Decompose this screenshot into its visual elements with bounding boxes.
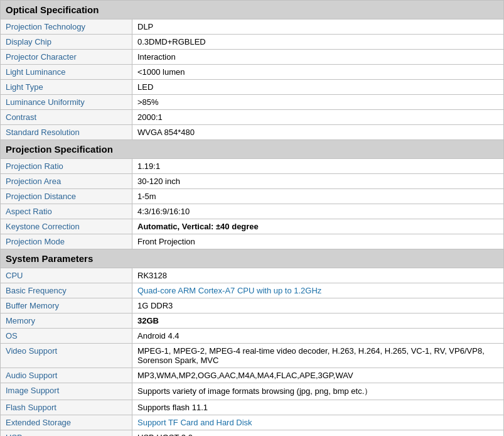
table-row: Memory32GB xyxy=(1,313,504,329)
row-label: OS xyxy=(1,329,132,344)
row-label: Image Support xyxy=(1,383,132,400)
row-label: USB xyxy=(1,430,132,437)
row-label: Projection Area xyxy=(1,174,132,189)
row-value: MPEG-1, MPEG-2, MPEG-4 real-time video d… xyxy=(132,344,504,368)
row-value: 0.3DMD+RGBLED xyxy=(132,35,504,50)
row-value: 1-5m xyxy=(132,189,504,204)
table-row: Standard ResolutionWVGA 854*480 xyxy=(1,125,504,140)
table-row: Flash SupportSupports flash 11.1 xyxy=(1,400,504,415)
table-row: Buffer Memory1G DDR3 xyxy=(1,298,504,313)
row-label: Flash Support xyxy=(1,400,132,415)
table-row: Image SupportSupports variety of image f… xyxy=(1,383,504,400)
section-title: Projection Specification xyxy=(1,140,504,159)
table-row: Projector CharacterInteraction xyxy=(1,50,504,65)
row-value: 1G DDR3 xyxy=(132,298,504,313)
table-row: Luminance Uniformity>85% xyxy=(1,95,504,110)
row-label: Memory xyxy=(1,313,132,329)
section-header: Optical Specification xyxy=(1,1,504,19)
row-value: 2000:1 xyxy=(132,110,504,125)
table-row: Contrast2000:1 xyxy=(1,110,504,125)
table-row: Audio SupportMP3,WMA,MP2,OGG,AAC,M4A,MA4… xyxy=(1,368,504,383)
row-label: Projection Ratio xyxy=(1,159,132,174)
row-label: Video Support xyxy=(1,344,132,368)
row-value: Front Projection xyxy=(132,234,504,249)
row-value: Android 4.4 xyxy=(132,329,504,344)
row-label: Light Luminance xyxy=(1,65,132,80)
spec-table: Optical SpecificationProjection Technolo… xyxy=(0,0,504,436)
row-value: <1000 lumen xyxy=(132,65,504,80)
row-label: Projection Distance xyxy=(1,189,132,204)
row-label: Aspect Ratio xyxy=(1,204,132,219)
row-label: Projection Mode xyxy=(1,234,132,249)
table-row: USBUSB HOST 2.0 xyxy=(1,430,504,437)
row-label: Display Chip xyxy=(1,35,132,50)
table-row: Projection ModeFront Projection xyxy=(1,234,504,249)
section-title: System Parameters xyxy=(1,249,504,268)
table-row: Light TypeLED xyxy=(1,80,504,95)
table-row: OSAndroid 4.4 xyxy=(1,329,504,344)
row-value: 30-120 inch xyxy=(132,174,504,189)
row-value: 4:3/16:9/16:10 xyxy=(132,204,504,219)
row-label: Buffer Memory xyxy=(1,298,132,313)
row-label: Projection Technology xyxy=(1,19,132,35)
row-label: Keystone Correction xyxy=(1,219,132,234)
row-value: WVGA 854*480 xyxy=(132,125,504,140)
table-row: Projection TechnologyDLP xyxy=(1,19,504,35)
row-value: Supports flash 11.1 xyxy=(132,400,504,415)
row-label: CPU xyxy=(1,268,132,283)
row-value: USB HOST 2.0 xyxy=(132,430,504,437)
row-value: Supports variety of image formats browsi… xyxy=(132,383,504,400)
table-row: Basic FrequencyQuad-core ARM Cortex-A7 C… xyxy=(1,283,504,298)
row-label: Luminance Uniformity xyxy=(1,95,132,110)
row-value: DLP xyxy=(132,19,504,35)
row-label: Standard Resolution xyxy=(1,125,132,140)
row-value: 1.19:1 xyxy=(132,159,504,174)
row-label: Extended Storage xyxy=(1,415,132,430)
row-label: Light Type xyxy=(1,80,132,95)
table-row: Aspect Ratio4:3/16:9/16:10 xyxy=(1,204,504,219)
row-value: Automatic, Vertical: ±40 degree xyxy=(132,219,504,234)
row-value: RK3128 xyxy=(132,268,504,283)
row-label: Projector Character xyxy=(1,50,132,65)
table-row: Display Chip0.3DMD+RGBLED xyxy=(1,35,504,50)
row-value: Support TF Card and Hard Disk xyxy=(132,415,504,430)
section-header: System Parameters xyxy=(1,249,504,268)
row-value: 32GB xyxy=(132,313,504,329)
row-label: Basic Frequency xyxy=(1,283,132,298)
table-row: Projection Ratio1.19:1 xyxy=(1,159,504,174)
table-row: Extended StorageSupport TF Card and Hard… xyxy=(1,415,504,430)
table-row: Keystone CorrectionAutomatic, Vertical: … xyxy=(1,219,504,234)
table-row: CPURK3128 xyxy=(1,268,504,283)
table-row: Light Luminance<1000 lumen xyxy=(1,65,504,80)
section-header: Projection Specification xyxy=(1,140,504,159)
row-value: Interaction xyxy=(132,50,504,65)
row-label: Audio Support xyxy=(1,368,132,383)
table-row: Projection Area30-120 inch xyxy=(1,174,504,189)
row-label: Contrast xyxy=(1,110,132,125)
row-value: LED xyxy=(132,80,504,95)
table-row: Video SupportMPEG-1, MPEG-2, MPEG-4 real… xyxy=(1,344,504,368)
row-value: MP3,WMA,MP2,OGG,AAC,M4A,MA4,FLAC,APE,3GP… xyxy=(132,368,504,383)
table-row: Projection Distance1-5m xyxy=(1,189,504,204)
row-value: Quad-core ARM Cortex-A7 CPU with up to 1… xyxy=(132,283,504,298)
row-value: >85% xyxy=(132,95,504,110)
section-title: Optical Specification xyxy=(1,1,504,19)
